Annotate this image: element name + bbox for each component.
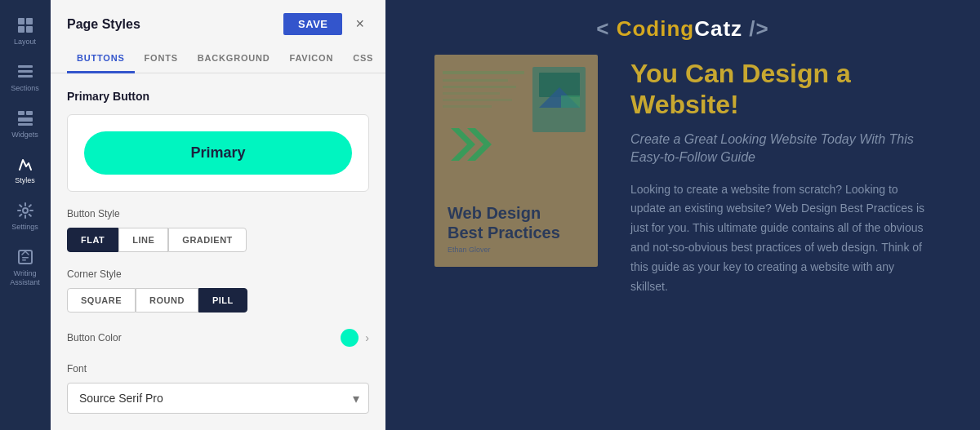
font-select[interactable]: Source Serif Pro Arial Georgia Helvetica…	[67, 383, 369, 414]
tab-favicon[interactable]: FAVICON	[280, 45, 344, 73]
svg-rect-8	[26, 111, 33, 115]
sidebar-item-settings-label: Settings	[11, 223, 38, 232]
tab-buttons[interactable]: BUTTONS	[67, 45, 135, 73]
corner-style-label: Corner Style	[67, 268, 369, 280]
svg-rect-1	[26, 18, 33, 24]
page-styles-panel: Page Styles SAVE × BUTTONS FONTS BACKGRO…	[51, 0, 385, 430]
svg-rect-18	[443, 92, 500, 95]
panel-header: Page Styles SAVE ×	[51, 0, 385, 45]
svg-rect-7	[18, 111, 24, 115]
style-btn-gradient[interactable]: GRADIENT	[168, 228, 246, 252]
hero-section: Web DesignBest Practices Ethan Glover Yo…	[385, 55, 980, 296]
sidebar-item-settings[interactable]: Settings	[0, 193, 50, 240]
sections-icon	[16, 63, 34, 81]
widgets-icon	[16, 109, 34, 127]
style-btn-flat[interactable]: FLAT	[67, 228, 118, 252]
style-btn-line[interactable]: LINE	[118, 228, 168, 252]
svg-rect-3	[26, 26, 33, 33]
book-cover-title: Web DesignBest Practices	[448, 203, 585, 242]
svg-rect-4	[18, 65, 33, 68]
svg-marker-21	[451, 128, 475, 161]
hero-text: You Can Design a Website! Create a Great…	[630, 55, 931, 296]
sidebar-item-layout[interactable]: Layout	[0, 8, 50, 55]
hero-subtitle: Create a Great Looking Website Today Wit…	[630, 131, 931, 167]
color-dot[interactable]	[341, 329, 359, 347]
svg-rect-15	[443, 71, 524, 74]
corner-btn-round[interactable]: ROUND	[136, 288, 198, 313]
svg-rect-9	[18, 117, 33, 122]
icon-sidebar: Layout Sections Widgets	[0, 0, 51, 430]
svg-rect-20	[443, 105, 492, 108]
sidebar-item-writing-label: Writing Assistant	[0, 269, 50, 287]
svg-rect-13	[22, 257, 29, 259]
hero-body: Looking to create a website from scratch…	[630, 180, 931, 297]
font-section: Font Source Serif Pro Arial Georgia Helv…	[67, 363, 369, 414]
sidebar-item-layout-label: Layout	[14, 38, 36, 47]
svg-rect-14	[22, 259, 26, 261]
button-color-row: Button Color ›	[67, 329, 369, 347]
button-style-group: FLAT LINE GRADIENT	[67, 228, 369, 252]
site-brand2: Catz	[694, 16, 742, 41]
hero-title: You Can Design a Website!	[630, 58, 931, 121]
panel-tabs: BUTTONS FONTS BACKGROUND FAVICON CSS	[51, 45, 385, 73]
button-preview-box: Primary	[67, 114, 369, 192]
site-title-prefix: <	[596, 16, 616, 41]
main-content: < CodingCatz /> Web Des	[385, 0, 980, 430]
tab-css[interactable]: CSS	[343, 45, 383, 73]
button-color-label: Button Color	[67, 332, 122, 344]
button-style-section: Button Style FLAT LINE GRADIENT	[67, 208, 369, 252]
corner-btn-pill[interactable]: PILL	[198, 288, 247, 313]
svg-rect-17	[443, 86, 516, 88]
primary-button-title: Primary Button	[67, 90, 369, 103]
sidebar-item-sections[interactable]: Sections	[0, 55, 50, 101]
tab-background[interactable]: BACKGROUND	[188, 45, 280, 73]
styles-icon	[16, 155, 34, 173]
sidebar-item-writing-assistant[interactable]: Writing Assistant	[0, 240, 50, 295]
svg-point-11	[23, 208, 28, 213]
svg-rect-6	[18, 75, 33, 78]
svg-rect-2	[18, 26, 24, 33]
color-controls: ›	[341, 329, 369, 347]
save-button[interactable]: SAVE	[283, 13, 342, 35]
primary-button-preview[interactable]: Primary	[84, 131, 352, 175]
corner-style-section: Corner Style SQUARE ROUND PILL	[67, 268, 369, 313]
writing-icon	[16, 248, 34, 266]
font-select-wrapper: Source Serif Pro Arial Georgia Helvetica…	[67, 383, 369, 414]
svg-rect-0	[18, 18, 24, 24]
svg-rect-26	[561, 95, 580, 108]
svg-rect-19	[443, 99, 512, 101]
tab-fonts[interactable]: FONTS	[135, 45, 188, 73]
panel-content: Primary Button Primary Button Style FLAT…	[51, 73, 385, 430]
font-label: Font	[67, 363, 369, 375]
sidebar-item-styles[interactable]: Styles	[0, 147, 50, 193]
site-brand: Coding	[617, 16, 695, 41]
site-title-suffix: />	[742, 16, 769, 41]
site-header: < CodingCatz />	[385, 0, 980, 55]
sidebar-item-sections-label: Sections	[11, 84, 39, 93]
corner-btn-square[interactable]: SQUARE	[67, 288, 136, 313]
svg-rect-10	[18, 123, 33, 126]
color-arrow-icon[interactable]: ›	[365, 331, 369, 344]
settings-icon	[16, 202, 34, 219]
book-cover: Web DesignBest Practices Ethan Glover	[434, 55, 598, 267]
book-cover-subtitle: Ethan Glover	[448, 246, 585, 254]
svg-rect-16	[443, 79, 508, 82]
button-style-label: Button Style	[67, 208, 369, 219]
svg-rect-5	[18, 70, 33, 73]
panel-title: Page Styles	[67, 17, 140, 32]
layout-icon	[16, 16, 34, 34]
sidebar-item-widgets[interactable]: Widgets	[0, 101, 50, 148]
sidebar-item-styles-label: Styles	[15, 176, 35, 185]
primary-button-section: Primary Button Primary	[67, 90, 369, 192]
sidebar-item-widgets-label: Widgets	[11, 131, 38, 140]
corner-style-group: SQUARE ROUND PILL	[67, 288, 369, 313]
close-button[interactable]: ×	[350, 14, 369, 34]
